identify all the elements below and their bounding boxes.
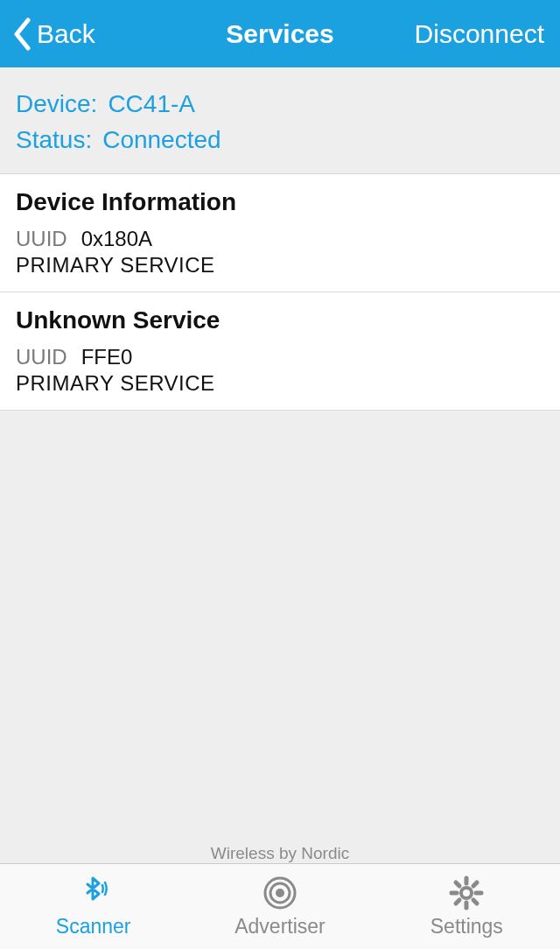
svg-line-10 <box>473 882 477 886</box>
svg-line-11 <box>456 900 459 903</box>
navbar: Back Services Disconnect <box>0 0 560 67</box>
disconnect-button[interactable]: Disconnect <box>415 19 560 49</box>
svg-line-9 <box>473 900 477 903</box>
device-name: CC41-A <box>108 87 195 123</box>
device-label: Device: <box>16 87 97 123</box>
tab-label: Settings <box>430 915 503 938</box>
status-value: Connected <box>102 123 220 158</box>
status-label: Status: <box>16 123 92 158</box>
bluetooth-icon <box>75 875 112 911</box>
tab-advertiser[interactable]: Advertiser <box>186 864 373 949</box>
svg-point-0 <box>276 889 284 897</box>
device-info-block: Device: CC41-A Status: Connected <box>0 67 560 174</box>
uuid-label: UUID <box>16 345 67 369</box>
tab-label: Advertiser <box>234 915 326 938</box>
service-type: PRIMARY SERVICE <box>16 253 544 278</box>
service-row[interactable]: Device Information UUID0x180A PRIMARY SE… <box>0 174 560 292</box>
uuid-value: FFE0 <box>81 345 133 369</box>
gear-icon <box>448 875 485 911</box>
broadcast-icon <box>262 875 298 911</box>
services-list: Device Information UUID0x180A PRIMARY SE… <box>0 174 560 411</box>
uuid-value: 0x180A <box>81 227 152 250</box>
service-row[interactable]: Unknown Service UUIDFFE0 PRIMARY SERVICE <box>0 292 560 411</box>
tab-scanner[interactable]: Scanner <box>0 864 186 949</box>
footer-text: Wireless by Nordic <box>0 844 560 863</box>
tab-label: Scanner <box>56 915 131 938</box>
service-title: Device Information <box>16 188 544 216</box>
page-title: Services <box>226 19 333 49</box>
svg-line-8 <box>456 882 459 886</box>
chevron-left-icon <box>12 18 32 51</box>
service-type: PRIMARY SERVICE <box>16 371 544 396</box>
tabbar: Scanner Advertiser Settings <box>0 863 560 949</box>
back-button[interactable]: Back <box>0 18 95 51</box>
uuid-label: UUID <box>16 227 67 250</box>
service-title: Unknown Service <box>16 306 544 334</box>
back-label: Back <box>37 19 95 49</box>
tab-settings[interactable]: Settings <box>374 864 560 949</box>
svg-point-3 <box>461 888 472 898</box>
